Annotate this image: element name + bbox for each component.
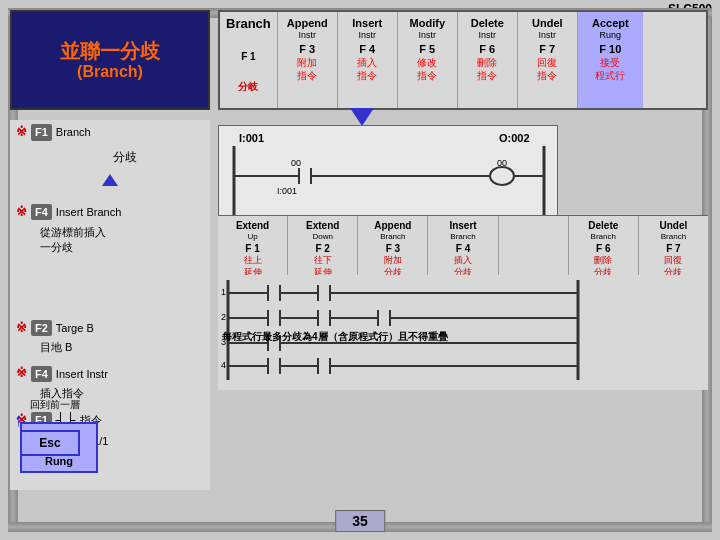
f10-rung-label: Rung bbox=[26, 455, 92, 467]
svg-text:4: 4 bbox=[221, 360, 226, 370]
svg-text:I:001: I:001 bbox=[239, 132, 264, 144]
undel-zh1: 回復 bbox=[537, 56, 557, 69]
accept-key: F 10 bbox=[599, 42, 621, 56]
step3-zh: 目地 B bbox=[40, 340, 210, 355]
sub-undel-branch[interactable]: Undel Branch F 7 回復 分歧 bbox=[639, 216, 708, 282]
svg-text:00: 00 bbox=[497, 158, 507, 168]
esc-button[interactable]: Esc bbox=[20, 430, 80, 456]
delete-zh2: 指令 bbox=[477, 69, 497, 82]
step-4: ※ F4 Insert Instr bbox=[10, 361, 210, 386]
modify-key: F 5 bbox=[419, 42, 435, 56]
svg-text:00: 00 bbox=[291, 158, 301, 168]
menu-insert-instr[interactable]: Insert Instr F 4 插入 指令 bbox=[338, 12, 398, 108]
menu-f1-zh: 分岐 bbox=[238, 80, 258, 93]
insert-zh2: 指令 bbox=[357, 69, 377, 82]
step2-desc: Insert Branch bbox=[56, 205, 121, 219]
main-title-panel: 並聯一分歧 (Branch) bbox=[10, 10, 210, 110]
step1-arrow bbox=[10, 172, 210, 196]
append-key: F 3 bbox=[299, 42, 315, 56]
sub-append-branch[interactable]: Append Branch F 3 附加 分歧 bbox=[358, 216, 428, 282]
step1-mark: ※ bbox=[16, 124, 27, 141]
accept-zh1: 接受 bbox=[600, 56, 620, 69]
title-zh: 並聯一分歧 bbox=[60, 39, 160, 63]
step-3: ※ F2 Targe B bbox=[10, 316, 210, 341]
branch-note: 每程式行最多分歧為4層（含原程式行）且不得重疊 bbox=[218, 330, 708, 344]
insert-zh1: 插入 bbox=[357, 56, 377, 69]
step-2: ※ F4 Insert Branch bbox=[10, 200, 210, 225]
step1-desc: Branch bbox=[56, 125, 91, 139]
delete-key: F 6 bbox=[479, 42, 495, 56]
menu-modify-instr[interactable]: Modify Instr F 5 修改 指令 bbox=[398, 12, 458, 108]
menu-arrow-down bbox=[350, 108, 374, 126]
step4-key: F4 bbox=[31, 366, 52, 382]
undel-key: F 7 bbox=[539, 42, 555, 56]
menu-bar: Branch F 1 分岐 Append Instr F 3 附加 指令 Ins… bbox=[218, 10, 708, 110]
back-label: 回到前一層 bbox=[10, 398, 100, 412]
sub-delete-branch[interactable]: Delete Branch F 6 刪除 分歧 bbox=[569, 216, 639, 282]
undel-zh2: 指令 bbox=[537, 69, 557, 82]
sub-extend-up[interactable]: Extend Up F 1 往上 延伸 bbox=[218, 216, 288, 282]
sub-empty bbox=[499, 216, 569, 282]
append-top: Append bbox=[287, 16, 328, 30]
svg-point-10 bbox=[490, 167, 514, 185]
back-arrow-icon: ↑ bbox=[14, 410, 23, 431]
menu-delete-instr[interactable]: Delete Instr F 6 刪除 指令 bbox=[458, 12, 518, 108]
menu-branch: Branch F 1 分岐 bbox=[220, 12, 278, 108]
step1-zh: 分歧 bbox=[10, 145, 210, 168]
insert-top: Insert bbox=[352, 16, 382, 30]
insert-key: F 4 bbox=[359, 42, 375, 56]
step3-desc: Targe B bbox=[56, 321, 94, 335]
step2-mark: ※ bbox=[16, 204, 27, 221]
append-zh2: 指令 bbox=[297, 69, 317, 82]
step3-mark: ※ bbox=[16, 320, 27, 337]
step4-mark: ※ bbox=[16, 365, 27, 382]
append-zh1: 附加 bbox=[297, 56, 317, 69]
svg-marker-0 bbox=[102, 174, 118, 186]
svg-text:2: 2 bbox=[221, 312, 226, 322]
menu-undel-instr[interactable]: Undel Instr F 7 回復 指令 bbox=[518, 12, 578, 108]
svg-text:O:002: O:002 bbox=[499, 132, 530, 144]
sub-insert-branch[interactable]: Insert Branch F 4 插入 分歧 bbox=[428, 216, 498, 282]
sub-menu-bar: Extend Up F 1 往上 延伸 Extend Down F 2 往下 延… bbox=[218, 215, 708, 282]
step1-key: F1 bbox=[31, 124, 52, 140]
accept-top: Accept bbox=[592, 16, 629, 30]
step3-wrapper: ※ F2 Targe B 目地 B bbox=[10, 316, 210, 356]
svg-text:I:001: I:001 bbox=[277, 186, 297, 196]
menu-append-instr[interactable]: Append Instr F 3 附加 指令 bbox=[278, 12, 338, 108]
svg-text:1: 1 bbox=[221, 287, 226, 297]
step4-desc: Insert Instr bbox=[56, 367, 108, 381]
menu-accept-rung[interactable]: Accept Rung F 10 接受 程式行 bbox=[578, 12, 643, 108]
title-en: (Branch) bbox=[77, 63, 143, 81]
step2-zh: 從游標前插入一分歧 bbox=[40, 225, 210, 256]
delete-zh1: 刪除 bbox=[477, 56, 497, 69]
step3-key: F2 bbox=[31, 320, 52, 336]
step4-wrapper: ※ F4 Insert Instr 插入指令 bbox=[10, 361, 210, 401]
accept-zh2: 程式行 bbox=[595, 69, 625, 82]
undel-top: Undel bbox=[532, 16, 563, 30]
page-number: 35 bbox=[335, 510, 385, 532]
sub-extend-down[interactable]: Extend Down F 2 往下 延伸 bbox=[288, 216, 358, 282]
menu-f1-label: F 1 bbox=[241, 50, 255, 63]
modify-zh1: 修改 bbox=[417, 56, 437, 69]
branch-label: Branch bbox=[226, 16, 271, 33]
step-1: ※ F1 Branch bbox=[10, 120, 210, 145]
modify-zh2: 指令 bbox=[417, 69, 437, 82]
delete-top: Delete bbox=[471, 16, 504, 30]
modify-top: Modify bbox=[410, 16, 445, 30]
step2-key: F4 bbox=[31, 204, 52, 220]
